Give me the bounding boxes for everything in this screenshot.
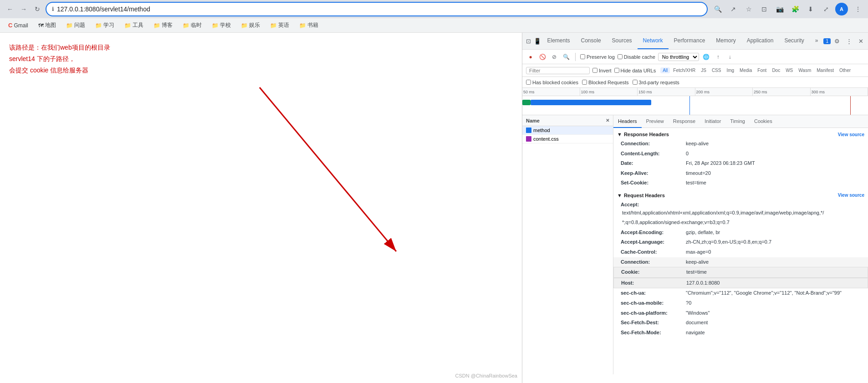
requests-list: Name ✕ method content.css <box>522 115 613 374</box>
bookmark-folder-shuji[interactable]: 📁 书籍 <box>296 20 322 30</box>
request-headers-section-title[interactable]: ▼ Request Headers View source <box>613 191 868 200</box>
hide-data-urls-text: Hide data URLs <box>621 68 656 73</box>
response-headers-section-title[interactable]: ▼ Response Headers View source <box>613 130 868 139</box>
devtools-settings-icon[interactable]: ⚙ <box>832 36 842 46</box>
bookmark-gmail[interactable]: C Gmail <box>5 21 32 30</box>
type-img[interactable]: Img <box>724 67 736 73</box>
devtools-more-icon[interactable]: ⋮ <box>843 36 854 46</box>
third-party-checkbox[interactable] <box>633 80 638 85</box>
devtools-close-icon[interactable]: ✕ <box>855 36 866 46</box>
detail-tab-headers[interactable]: Headers <box>613 115 642 128</box>
bookmark-folder-xuexiao[interactable]: 📁 学校 <box>208 20 235 30</box>
rqh-accept-encoding-value: gzip, deflate, br <box>684 229 720 237</box>
record-button[interactable]: ● <box>526 52 535 61</box>
has-blocked-cookies-checkbox[interactable] <box>526 80 531 85</box>
third-party-label[interactable]: 3rd-party requests <box>633 80 679 85</box>
request-item-css[interactable]: content.css <box>522 135 613 143</box>
maximize-icon[interactable]: ⤢ <box>820 3 832 15</box>
request-view-source[interactable]: View source <box>838 193 864 198</box>
tab-sources[interactable]: Sources <box>607 33 638 49</box>
bookmark-folder-xuexi[interactable]: 📁 学习 <box>92 20 118 30</box>
bookmark-map-icon: 🗺 <box>38 22 44 29</box>
request-item-method[interactable]: method <box>522 126 613 135</box>
devtools-inspect-icon[interactable]: ⊡ <box>524 36 533 46</box>
download-icon[interactable]: ↓ <box>725 52 735 61</box>
type-css[interactable]: CSS <box>710 67 724 73</box>
type-doc[interactable]: Doc <box>770 67 782 73</box>
disable-cache-checkbox[interactable] <box>618 54 623 59</box>
forward-button[interactable]: → <box>17 3 30 15</box>
type-fetch-xhr[interactable]: Fetch/XHR <box>671 67 698 73</box>
extensions-icon[interactable]: 🧩 <box>789 3 802 15</box>
reload-button[interactable]: ↻ <box>31 3 44 15</box>
blocked-requests-label[interactable]: Blocked Requests <box>582 80 629 85</box>
bookmark-folder-linshi[interactable]: 📁 临时 <box>179 20 205 30</box>
response-view-source[interactable]: View source <box>838 132 864 137</box>
tab-security[interactable]: Security <box>779 33 809 49</box>
hide-data-urls-label[interactable]: Hide data URLs <box>614 68 656 73</box>
detail-tab-cookies[interactable]: Cookies <box>750 115 777 128</box>
rqh-sec-ch-ua-mobile-name: sec-ch-ua-mobile: <box>621 299 684 307</box>
tab-application[interactable]: Application <box>741 33 779 49</box>
type-other[interactable]: Other <box>837 67 853 73</box>
bookmark-folder-gongju[interactable]: 📁 工具 <box>121 20 147 30</box>
filter-input[interactable] <box>526 67 590 74</box>
tab-more[interactable]: » <box>810 33 824 49</box>
bookmark-folder-boke[interactable]: 📁 博客 <box>150 20 176 30</box>
preserve-log-label[interactable]: Preserve log <box>580 54 615 60</box>
request-headers-triangle: ▼ <box>617 193 622 198</box>
address-bar[interactable] <box>57 5 701 13</box>
response-header-content-length: Content-Length: 0 <box>613 149 868 159</box>
type-all[interactable]: All <box>660 67 670 73</box>
filter-button[interactable]: ⊘ <box>550 52 559 61</box>
upload-icon[interactable]: ↑ <box>714 52 723 61</box>
browser-actions: 🔍 ↗ ☆ ⊡ 📷 🧩 ⬇ ⤢ A <box>711 3 848 15</box>
address-bar-container[interactable]: ℹ <box>46 2 708 16</box>
rqh-sec-ch-ua-value: "Chromium";v="112", "Google Chrome";v="1… <box>684 289 842 297</box>
type-js[interactable]: JS <box>699 67 709 73</box>
bookmark-folder-wenti[interactable]: 📁 问题 <box>62 20 89 30</box>
download-icon[interactable]: ⬇ <box>804 3 817 15</box>
tab-network[interactable]: Network <box>638 33 669 49</box>
disable-cache-label[interactable]: Disable cache <box>618 54 655 60</box>
detail-tab-timing[interactable]: Timing <box>725 115 750 128</box>
bookmark-folder-yingyu[interactable]: 📁 英语 <box>266 20 293 30</box>
type-manifest[interactable]: Manifest <box>814 67 836 73</box>
bookmark-map[interactable]: 🗺 地图 <box>35 20 60 30</box>
devtools-device-icon[interactable]: 📱 <box>533 36 541 46</box>
detail-tab-initiator[interactable]: Initiator <box>700 115 725 128</box>
type-wasm[interactable]: Wasm <box>796 67 813 73</box>
search-button[interactable]: 🔍 <box>562 52 571 61</box>
back-button[interactable]: ← <box>4 3 16 15</box>
tab-elements[interactable]: Elements <box>542 33 576 49</box>
screenshot-icon[interactable]: 📷 <box>773 3 786 15</box>
menu-button[interactable]: ⋮ <box>852 3 864 15</box>
tab-memory[interactable]: Memory <box>710 33 741 49</box>
type-ws[interactable]: WS <box>783 67 795 73</box>
invert-checkbox[interactable] <box>592 68 597 73</box>
has-blocked-cookies-label[interactable]: Has blocked cookies <box>526 80 578 85</box>
online-icon[interactable]: 🌐 <box>702 52 711 61</box>
preserve-log-checkbox[interactable] <box>580 54 585 59</box>
annotation-line2: servlet14 下的子路径， <box>9 55 75 62</box>
hide-data-urls-checkbox[interactable] <box>614 68 619 73</box>
blocked-requests-checkbox[interactable] <box>582 80 587 85</box>
bookmark-map-label: 地图 <box>45 21 56 29</box>
search-icon[interactable]: 🔍 <box>711 3 724 15</box>
profile-button[interactable]: A <box>835 3 848 15</box>
close-request-icon[interactable]: ✕ <box>606 118 609 123</box>
bookmark-xuexiao-label: 学校 <box>220 21 231 29</box>
invert-label[interactable]: Invert <box>592 68 612 73</box>
bookmark-icon[interactable]: ☆ <box>742 3 755 15</box>
tab-performance[interactable]: Performance <box>669 33 711 49</box>
bookmark-folder-yule[interactable]: 📁 娱乐 <box>237 20 264 30</box>
share-icon[interactable]: ↗ <box>727 3 740 15</box>
tab-console[interactable]: Console <box>576 33 607 49</box>
devtools-icon[interactable]: ⊡ <box>758 3 771 15</box>
detail-tab-preview[interactable]: Preview <box>642 115 669 128</box>
clear-button[interactable]: 🚫 <box>538 52 547 61</box>
throttling-select[interactable]: No throttling <box>658 53 699 61</box>
type-font[interactable]: Font <box>755 67 769 73</box>
type-media[interactable]: Media <box>737 67 754 73</box>
detail-tab-response[interactable]: Response <box>669 115 700 128</box>
